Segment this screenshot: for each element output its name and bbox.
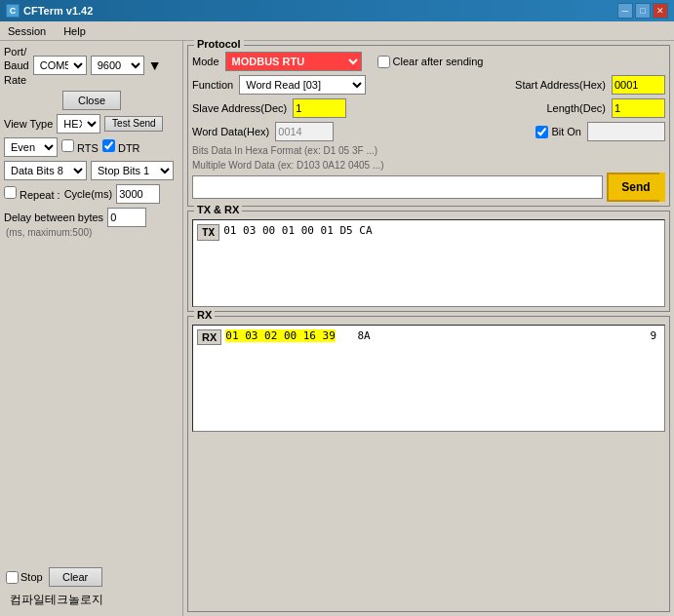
- delay-input[interactable]: [107, 208, 146, 227]
- close-row: Close: [62, 91, 178, 110]
- delay-label: Delay between bytes: [4, 212, 103, 223]
- function-address-row: Function Word Read [03] Start Address(He…: [192, 75, 665, 95]
- data-bits-select[interactable]: Data Bits 8: [4, 161, 87, 180]
- protocol-title: Protocol: [194, 38, 244, 50]
- word-biton-row: Word Data(Hex) Bit On: [192, 122, 665, 141]
- repeat-checkbox[interactable]: [4, 186, 17, 199]
- send-input[interactable]: [192, 175, 603, 199]
- mode-row: Mode MODBUS RTU Clear after sending: [192, 52, 665, 71]
- tx-data: 01 03 00 01 00 01 D5 CA: [223, 224, 372, 237]
- slave-address-label: Slave Address(Dec): [192, 102, 287, 114]
- dtr-checkbox[interactable]: [102, 139, 115, 152]
- port-baud-row: Port/ Baud Rate COM5 9600 ▼: [4, 45, 178, 87]
- tx-rx-section: TX & RX TX 01 03 00 01 00 01 D5 CA: [187, 211, 670, 312]
- app-icon: C: [6, 4, 20, 18]
- delay-row: Delay between bytes (ms, maximum:500): [4, 208, 178, 238]
- slave-address-input[interactable]: [293, 98, 346, 118]
- menu-help[interactable]: Help: [59, 24, 90, 38]
- view-type-select[interactable]: HEX: [57, 114, 100, 134]
- repeat-row: Repeat : Cycle(ms): [4, 184, 178, 204]
- stop-checkbox-label: Stop: [6, 571, 43, 584]
- footer-section: 컴파일테크놀로지: [6, 592, 107, 608]
- function-select[interactable]: Word Read [03]: [239, 75, 366, 95]
- parity-select[interactable]: Even: [4, 137, 58, 157]
- rx-data-suffix: 8A: [358, 329, 371, 342]
- tx-data-row: TX 01 03 00 01 00 01 D5 CA: [195, 222, 662, 243]
- clear-button[interactable]: Clear: [49, 567, 102, 587]
- repeat-checkbox-label: Repeat :: [4, 186, 60, 201]
- stop-bits-select[interactable]: Stop Bits 1: [91, 161, 174, 180]
- menu-session[interactable]: Session: [4, 24, 50, 38]
- footer-text: 컴파일테크놀로지: [6, 591, 107, 608]
- main-content: Port/ Baud Rate COM5 9600 ▼ Close View T…: [0, 41, 674, 616]
- stop-label: Stop: [20, 571, 43, 583]
- protocol-box: Protocol Mode MODBUS RTU Clear after sen…: [187, 45, 670, 207]
- rx-display: RX 01 03 02 00 16 39 8A 9: [192, 325, 665, 432]
- cycle-input[interactable]: [116, 184, 160, 204]
- bit-on-label: Bit On: [535, 126, 581, 138]
- rx-data-highlighted: 01 03 02 00 16 39: [225, 329, 336, 342]
- spacer: [4, 242, 178, 261]
- rx-count: 9: [650, 329, 660, 342]
- start-address-input[interactable]: [612, 75, 665, 95]
- close-button[interactable]: Close: [62, 91, 121, 110]
- delay-unit: (ms, maximum:500): [6, 227, 92, 238]
- bit-on-checkbox[interactable]: [535, 126, 548, 138]
- bottom-controls: Stop Clear: [6, 567, 102, 587]
- view-type-row: View Type HEX Test Send: [4, 114, 178, 134]
- bit-on-input[interactable]: [587, 122, 665, 141]
- window-controls: ─ □ ✕: [617, 3, 668, 19]
- mode-select[interactable]: MODBUS RTU: [225, 52, 362, 71]
- app-title: CFTerm v1.42: [23, 5, 617, 17]
- tx-label: TX: [197, 224, 219, 241]
- baud-label: Baud: [4, 58, 29, 72]
- left-panel: Port/ Baud Rate COM5 9600 ▼ Close View T…: [0, 41, 183, 616]
- cycle-label: Cycle(ms): [64, 188, 113, 200]
- right-panel: Protocol Mode MODBUS RTU Clear after sen…: [183, 41, 674, 616]
- menu-bar: Session Help: [0, 21, 674, 41]
- function-label: Function: [192, 79, 233, 91]
- stop-checkbox[interactable]: [6, 571, 19, 584]
- data-stop-bits-row: Data Bits 8 Stop Bits 1: [4, 161, 178, 180]
- send-button[interactable]: Send: [607, 173, 665, 202]
- minimize-button[interactable]: ─: [617, 3, 633, 19]
- bits-hint: Bits Data In Hexa Format (ex: D1 05 3F .…: [192, 145, 377, 156]
- send-area: Send: [192, 173, 665, 202]
- rate-label: Rate: [4, 73, 29, 87]
- length-label: Length(Dec): [546, 102, 606, 114]
- start-address-label: Start Address(Hex): [515, 79, 606, 91]
- rx-label: RX: [197, 329, 221, 345]
- side-accent: [659, 173, 665, 202]
- word-data-input[interactable]: [275, 122, 334, 141]
- mode-label: Mode: [192, 56, 219, 67]
- baud-select[interactable]: 9600: [91, 56, 144, 75]
- word-data-label: Word Data(Hex): [192, 126, 269, 137]
- parity-row: Even RTS DTR: [4, 137, 178, 157]
- close-button[interactable]: ✕: [653, 3, 668, 19]
- multiple-hint-row: Multiple Word Data (ex: D103 0A12 0405 .…: [192, 160, 665, 171]
- tx-display: TX 01 03 00 01 00 01 D5 CA: [192, 219, 665, 307]
- port-select[interactable]: COM5: [33, 56, 87, 75]
- dtr-checkbox-label: DTR: [102, 139, 140, 154]
- clear-after-sending-label: Clear after sending: [377, 56, 484, 68]
- rts-checkbox[interactable]: [61, 139, 74, 152]
- bits-hint-row: Bits Data In Hexa Format (ex: D1 05 3F .…: [192, 145, 665, 156]
- view-type-label: View Type: [4, 118, 53, 130]
- title-bar: C CFTerm v1.42 ─ □ ✕: [0, 0, 674, 21]
- port-label: Port/: [4, 45, 29, 58]
- maximize-button[interactable]: □: [635, 3, 651, 19]
- slave-length-row: Slave Address(Dec) Length(Dec): [192, 98, 665, 118]
- rts-checkbox-label: RTS: [61, 139, 99, 154]
- clear-after-sending-checkbox[interactable]: [377, 56, 390, 68]
- rx-section: RX RX 01 03 02 00 16 39 8A 9: [187, 316, 670, 612]
- length-input[interactable]: [612, 98, 665, 118]
- dropdown-arrow: ▼: [148, 58, 162, 73]
- multiple-hint: Multiple Word Data (ex: D103 0A12 0405 .…: [192, 160, 384, 171]
- test-send-button[interactable]: Test Send: [104, 116, 163, 132]
- rx-data-normal: [343, 329, 350, 342]
- tx-rx-title: TX & RX: [194, 204, 242, 215]
- rx-data-row: RX 01 03 02 00 16 39 8A 9: [195, 327, 662, 347]
- rx-title: RX: [194, 309, 215, 321]
